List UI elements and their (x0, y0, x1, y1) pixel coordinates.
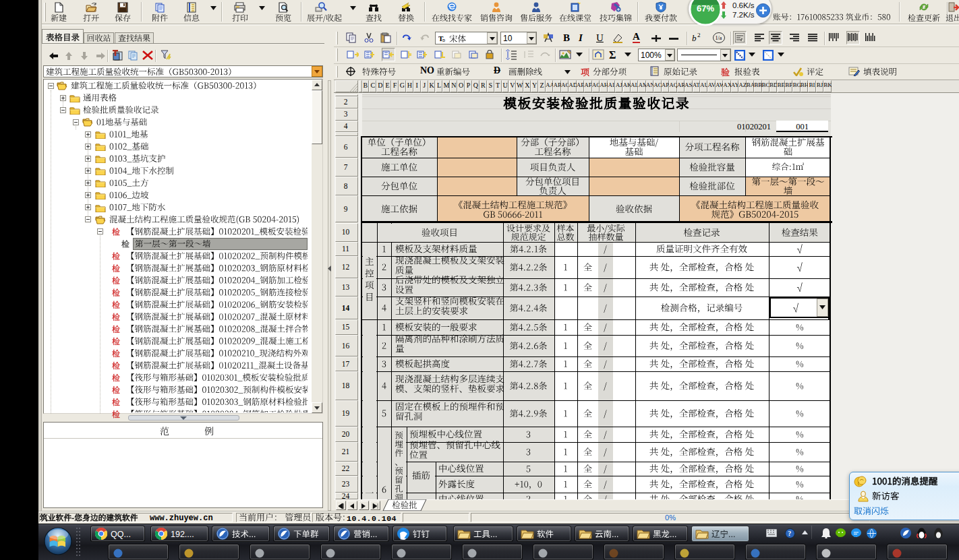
svg-text:1/a: 1/a (716, 35, 722, 41)
svg-text:p: p (442, 37, 445, 42)
svg-text:?: ? (788, 530, 791, 537)
